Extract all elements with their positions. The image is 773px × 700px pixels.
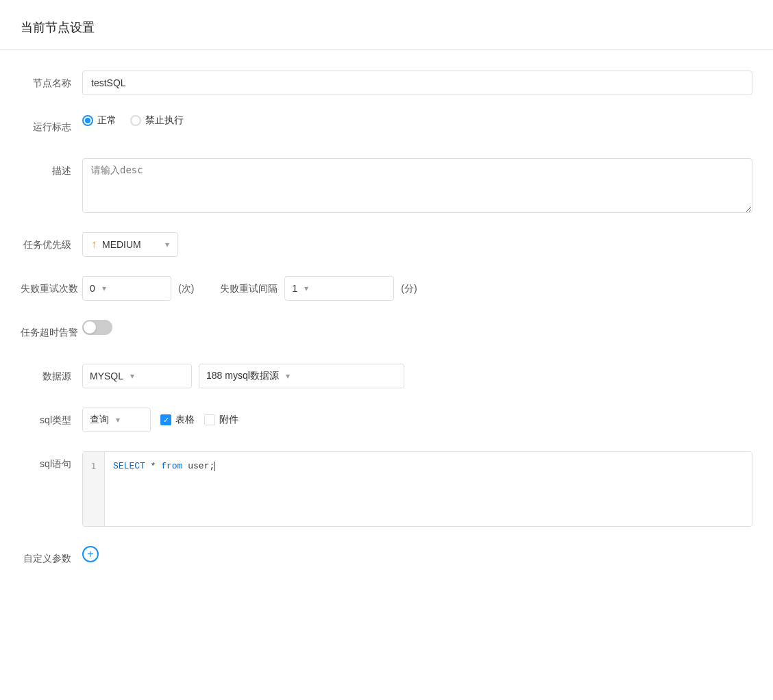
datasource-instance-select[interactable]: 188 mysql数据源 ▾ bbox=[199, 364, 404, 388]
retry-count-value: 0 bbox=[90, 283, 95, 294]
run-flag-radio-group: 正常 禁止执行 bbox=[82, 114, 184, 127]
checkbox-table-box: ✓ bbox=[160, 414, 171, 425]
toggle-knob bbox=[84, 321, 96, 334]
radio-disable-circle bbox=[130, 115, 141, 126]
sql-from-keyword: from bbox=[161, 461, 182, 471]
retry-count-unit: (次) bbox=[178, 276, 194, 301]
section-divider bbox=[0, 49, 773, 50]
node-name-row: 节点名称 bbox=[21, 71, 752, 95]
arrow-up-icon: ↑ bbox=[91, 238, 97, 251]
retry-count-select[interactable]: 0 ▾ bbox=[82, 276, 171, 301]
page-title: 当前节点设置 bbox=[0, 19, 773, 49]
retry-row-content: 0 ▾ (次) 失败重试间隔 1 ▾ (分) bbox=[82, 276, 752, 301]
sql-type-controls: 查询 ▾ ✓ 表格 附件 bbox=[82, 408, 238, 432]
retry-interval-label: 失败重试间隔 bbox=[220, 276, 278, 301]
priority-value: MEDIUM bbox=[102, 239, 141, 250]
datasource-content: MYSQL ▾ 188 mysql数据源 ▾ bbox=[82, 364, 752, 388]
sql-statement-row: sql语句 1 SELECT * from user; bbox=[21, 451, 752, 527]
line-numbers: 1 bbox=[83, 452, 105, 526]
checkbox-table-item[interactable]: ✓ 表格 bbox=[160, 414, 195, 426]
datasource-instance-chevron: ▾ bbox=[286, 371, 290, 381]
sql-type-label: sql类型 bbox=[21, 408, 82, 432]
priority-row: 任务优先级 ↑ MEDIUM ▾ bbox=[21, 232, 752, 257]
sql-statement-content: 1 SELECT * from user; bbox=[82, 451, 752, 527]
sql-star: * bbox=[145, 461, 161, 471]
sql-type-content: 查询 ▾ ✓ 表格 附件 bbox=[82, 408, 752, 432]
radio-normal-label: 正常 bbox=[97, 114, 116, 127]
node-name-content bbox=[82, 71, 752, 95]
datasource-type-select[interactable]: MYSQL ▾ bbox=[82, 364, 192, 388]
radio-normal[interactable]: 正常 bbox=[82, 114, 116, 127]
datasource-label: 数据源 bbox=[21, 364, 82, 388]
checkbox-table-label: 表格 bbox=[175, 414, 195, 426]
priority-label: 任务优先级 bbox=[21, 232, 82, 257]
timeout-label: 任务超时告警 bbox=[21, 320, 82, 345]
chevron-down-icon: ▾ bbox=[165, 240, 169, 249]
datasource-selects: MYSQL ▾ 188 mysql数据源 ▾ bbox=[82, 364, 404, 388]
timeout-content bbox=[82, 320, 752, 335]
sql-type-chevron: ▾ bbox=[116, 415, 120, 425]
sql-editor: 1 SELECT * from user; bbox=[82, 451, 752, 527]
sql-rest: user; bbox=[182, 461, 214, 471]
datasource-row: 数据源 MYSQL ▾ 188 mysql数据源 ▾ bbox=[21, 364, 752, 388]
form-body: 节点名称 运行标志 正常 禁止执行 bbox=[0, 71, 773, 571]
retry-interval-chevron: ▾ bbox=[304, 284, 308, 293]
sql-code-textarea[interactable]: SELECT * from user; bbox=[105, 452, 752, 526]
custom-params-label: 自定义参数 bbox=[21, 546, 82, 571]
description-label: 描述 bbox=[21, 158, 82, 183]
description-row: 描述 bbox=[21, 158, 752, 213]
node-name-label: 节点名称 bbox=[21, 71, 82, 95]
run-flag-label: 运行标志 bbox=[21, 114, 82, 139]
checkbox-attach-item[interactable]: 附件 bbox=[204, 414, 238, 426]
run-flag-content: 正常 禁止执行 bbox=[82, 114, 752, 127]
sql-type-select[interactable]: 查询 ▾ bbox=[82, 408, 151, 432]
datasource-instance-value: 188 mysql数据源 bbox=[206, 370, 279, 382]
custom-params-content: + bbox=[82, 546, 752, 562]
timeout-toggle[interactable] bbox=[82, 320, 112, 335]
sql-select-keyword: SELECT bbox=[113, 461, 145, 471]
text-cursor bbox=[214, 462, 215, 471]
retry-count-label: 失败重试次数 bbox=[21, 276, 82, 301]
datasource-type-chevron: ▾ bbox=[130, 371, 134, 381]
add-param-button[interactable]: + bbox=[82, 546, 99, 562]
priority-content: ↑ MEDIUM ▾ bbox=[82, 232, 752, 257]
retry-row: 失败重试次数 0 ▾ (次) 失败重试间隔 1 ▾ (分) bbox=[21, 276, 752, 301]
datasource-type-value: MYSQL bbox=[90, 371, 123, 382]
retry-interval-unit: (分) bbox=[401, 276, 417, 301]
retry-interval-value: 1 bbox=[292, 283, 297, 294]
retry-interval-select[interactable]: 1 ▾ bbox=[284, 276, 394, 301]
radio-normal-circle bbox=[82, 115, 93, 126]
line-number-1: 1 bbox=[88, 459, 99, 474]
custom-params-row: 自定义参数 + bbox=[21, 546, 752, 571]
radio-disable-label: 禁止执行 bbox=[145, 114, 184, 127]
checkbox-attach-label: 附件 bbox=[219, 414, 238, 426]
run-flag-row: 运行标志 正常 禁止执行 bbox=[21, 114, 752, 139]
sql-type-value: 查询 bbox=[90, 414, 109, 426]
node-name-input[interactable] bbox=[82, 71, 752, 95]
sql-type-row: sql类型 查询 ▾ ✓ 表格 附件 bbox=[21, 408, 752, 432]
checkbox-attach-box bbox=[204, 414, 215, 425]
description-textarea[interactable] bbox=[82, 158, 752, 213]
radio-disable[interactable]: 禁止执行 bbox=[130, 114, 184, 127]
description-content bbox=[82, 158, 752, 213]
sql-statement-label: sql语句 bbox=[21, 451, 82, 476]
timeout-row: 任务超时告警 bbox=[21, 320, 752, 345]
page-container: 当前节点设置 节点名称 运行标志 正常 禁止执行 bbox=[0, 0, 773, 700]
priority-dropdown[interactable]: ↑ MEDIUM ▾ bbox=[82, 232, 178, 257]
retry-count-chevron: ▾ bbox=[102, 284, 106, 293]
